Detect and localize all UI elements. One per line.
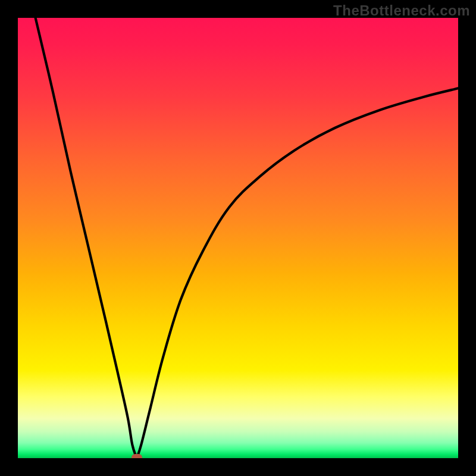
bottleneck-curve-left xyxy=(36,18,137,458)
bottleneck-curve-right xyxy=(137,88,458,458)
plot-area xyxy=(18,18,458,458)
chart-frame: TheBottleneck.com xyxy=(0,0,476,476)
minimum-marker xyxy=(131,454,142,458)
watermark-text: TheBottleneck.com xyxy=(333,2,470,19)
curve-layer xyxy=(18,18,458,458)
